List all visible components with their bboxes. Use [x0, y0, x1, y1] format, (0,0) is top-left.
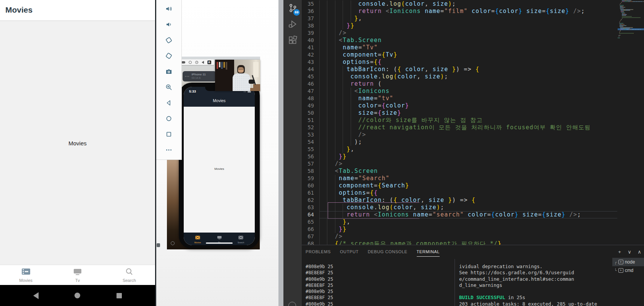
panel-tab-terminal[interactable]: TERMINAL	[417, 245, 440, 258]
code-line-65[interactable]: 65},	[302, 218, 644, 226]
code-line-48[interactable]: 48name="tv"	[302, 95, 644, 102]
clock-icon[interactable]	[195, 61, 198, 64]
run-and-debug-icon[interactable]	[283, 16, 302, 32]
rotate-left-icon[interactable]	[165, 36, 173, 44]
back-icon[interactable]	[165, 99, 173, 107]
code-line-66[interactable]: 66}}	[302, 226, 644, 233]
line-number: 51	[302, 117, 314, 124]
terminal-item-node[interactable]: ┌>node	[612, 258, 644, 266]
indent-guides	[319, 95, 358, 102]
code-line-51[interactable]: 51//color와 size를 바꾸지 않는 점 참고	[302, 117, 644, 124]
iphone-home-indicator[interactable]	[206, 243, 233, 244]
code-line-59[interactable]: 59name="Search"	[302, 175, 644, 182]
rotate-right-icon[interactable]	[165, 52, 173, 60]
android-back-icon[interactable]	[33, 292, 39, 299]
panel-tab-output[interactable]: OUTPUT	[340, 245, 359, 258]
code-line-42[interactable]: 42component={Tv}	[302, 51, 644, 59]
minimap[interactable]	[618, 0, 644, 46]
speaker-icon[interactable]	[202, 61, 204, 64]
code-line-58[interactable]: 58<Tab.Screen	[302, 168, 644, 175]
line-number: 60	[302, 182, 314, 189]
code-line-49[interactable]: 49color={color}	[302, 102, 644, 109]
indent-guides	[319, 51, 343, 59]
zoom-icon[interactable]	[165, 83, 173, 91]
home-icon[interactable]	[165, 114, 173, 123]
accessibility-a-icon[interactable]: A	[207, 60, 211, 64]
terminal-item-label: cmd	[625, 268, 634, 273]
code-line-37[interactable]: 37},	[302, 15, 644, 22]
android-tab-movies[interactable]: Movies	[0, 265, 52, 285]
maximize-panel-icon[interactable]: ∧	[636, 249, 642, 255]
code-line-53[interactable]: 53/>	[302, 131, 644, 138]
webcam-window	[253, 62, 259, 77]
code-line-40[interactable]: 40<Tab.Screen	[302, 37, 644, 44]
line-number: 53	[302, 131, 314, 138]
code-editor[interactable]: 35console.log(color, size);36return <Ion…	[302, 0, 644, 245]
line-number: 41	[302, 44, 314, 51]
panel-tab-problems[interactable]: PROBLEMS	[306, 245, 331, 258]
minimap-line	[619, 35, 621, 36]
terminal-line: #8E8E8F 25	[306, 270, 451, 276]
code-line-56[interactable]: 56}}	[302, 153, 644, 160]
minimap-line	[620, 20, 621, 21]
terminal-right-pane[interactable]: ividual deprecation warnings.See https:/…	[459, 264, 585, 306]
new-terminal-icon[interactable]: +	[616, 249, 623, 255]
android-recents-icon[interactable]	[117, 293, 122, 298]
indent-guides	[319, 146, 346, 153]
desktop-taskbar-icon[interactable]	[157, 243, 160, 247]
code-line-45[interactable]: 45console.log(color, size);	[302, 73, 644, 80]
code-line-50[interactable]: 50size={size}	[302, 109, 644, 117]
terminal-left-pane[interactable]: #808e9b 25#8E8E8F 25#808e9b 25#8E8E8F 25…	[306, 264, 451, 306]
code-line-41[interactable]: 41name="Tv"	[302, 44, 644, 51]
cloud-icon[interactable]	[181, 61, 185, 63]
terminal-list: ┌>node└>cmd	[612, 258, 644, 275]
line-number: 42	[302, 51, 314, 59]
screenshot-camera-icon[interactable]	[165, 67, 173, 76]
code-line-35[interactable]: 35console.log(color, size);	[302, 0, 644, 8]
terminal-picker-dropdown-icon[interactable]: ∨	[626, 249, 633, 255]
webcam-shelf	[215, 60, 234, 91]
account-icon[interactable]	[288, 302, 296, 306]
code-line-61[interactable]: 61options={{	[302, 189, 644, 197]
code-line-55[interactable]: 55},	[302, 146, 644, 153]
line-number: 43	[302, 59, 314, 66]
code-line-43[interactable]: 43options={{	[302, 59, 644, 66]
more-icon[interactable]	[165, 146, 173, 154]
tree-branch: └	[614, 268, 617, 273]
android-tab-tv[interactable]: Tv	[52, 265, 103, 285]
minimap-line	[621, 19, 622, 20]
code-line-54[interactable]: 54);	[302, 138, 644, 146]
code-line-47[interactable]: 47<Ionicons	[302, 88, 644, 95]
iphone-tab-movies[interactable]: Movies	[187, 233, 209, 245]
code-line-67[interactable]: 67/>	[302, 233, 644, 240]
terminal-split-divider[interactable]	[455, 259, 455, 306]
code-line-57[interactable]: 57/>	[302, 160, 644, 168]
panel-tab-debug-console[interactable]: DEBUG CONSOLE	[368, 245, 408, 258]
terminal-line: #808e9b 25	[306, 276, 451, 282]
indent-guides	[319, 0, 358, 8]
volume-up-icon[interactable]	[165, 5, 173, 13]
desktop-taskbar-icon[interactable]	[171, 241, 175, 245]
terminal-line: #808e9b 25	[306, 301, 451, 306]
extensions-icon[interactable]	[283, 32, 302, 48]
pause-icon[interactable]	[189, 61, 192, 64]
iphone-tab-search[interactable]: Search	[230, 233, 252, 245]
minimap-line	[622, 1, 644, 2]
panel-actions: +∨∧	[616, 245, 642, 258]
source-control-icon[interactable]: 69	[283, 0, 302, 16]
terminal-line: e/command_line_interface.html#sec:comman	[459, 276, 585, 282]
android-home-icon[interactable]	[74, 293, 80, 298]
code-line-36[interactable]: 36return <Ionicons name="film" color={co…	[302, 8, 644, 15]
terminal-item-cmd[interactable]: └>cmd	[612, 266, 644, 275]
code-line-68[interactable]: 68{/* screen들은 name과 component가 필요하다 */}	[302, 240, 644, 245]
code-line-44[interactable]: 44tabBarIcon: ({ color, size }) => {	[302, 66, 644, 73]
code-line-52[interactable]: 52//react navigation이 모든 것을 처리하니까 focuse…	[302, 124, 644, 131]
code-line-60[interactable]: 60component={Search}	[302, 182, 644, 189]
android-header-title: Movies	[5, 5, 32, 15]
code-line-38[interactable]: 38}}	[302, 22, 644, 29]
code-line-39[interactable]: 39/>	[302, 29, 644, 37]
volume-down-icon[interactable]	[165, 20, 173, 29]
code-line-46[interactable]: 46return (	[302, 80, 644, 88]
overview-icon[interactable]	[165, 130, 173, 138]
android-tab-search[interactable]: Search	[104, 265, 155, 285]
